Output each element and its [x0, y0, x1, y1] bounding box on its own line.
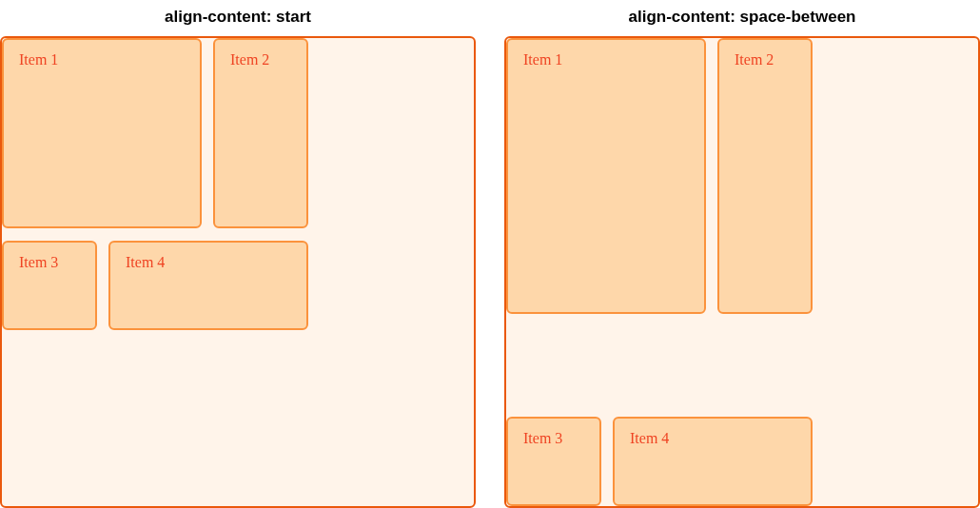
grid-container-start: Item 1 Item 2 Item 3 Item 4 [0, 36, 476, 508]
panel-start: align-content: start Item 1 Item 2 Item … [0, 0, 476, 508]
grid-container-space-between: Item 1 Item 2 Item 3 Item 4 [504, 36, 980, 508]
diagram-wrapper: align-content: start Item 1 Item 2 Item … [0, 0, 980, 508]
panel-title-start: align-content: start [0, 0, 476, 36]
grid-item-3: Item 3 [2, 241, 97, 330]
grid-item-2: Item 2 [717, 38, 813, 314]
grid-item-4: Item 4 [613, 417, 813, 506]
grid-item-3: Item 3 [506, 417, 601, 506]
panel-space-between: align-content: space-between Item 1 Item… [504, 0, 980, 508]
grid-item-4: Item 4 [108, 241, 308, 330]
grid-item-1: Item 1 [506, 38, 706, 314]
panel-title-space-between: align-content: space-between [504, 0, 980, 36]
grid-item-2: Item 2 [213, 38, 308, 228]
grid-item-1: Item 1 [2, 38, 202, 228]
